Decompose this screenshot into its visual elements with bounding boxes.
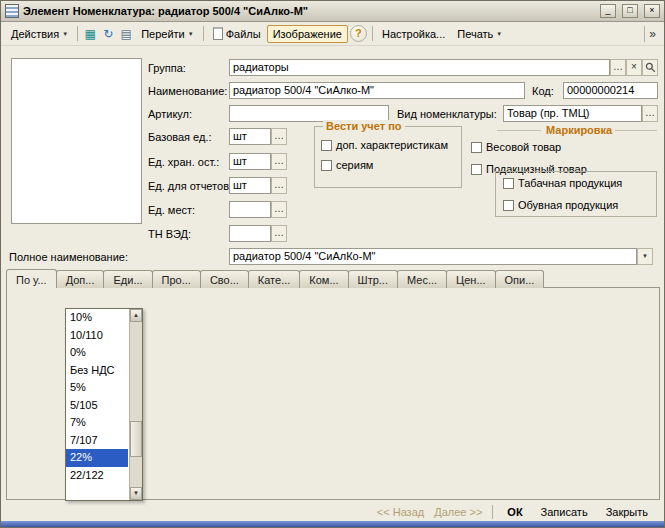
checkbox-weight-goods[interactable]: Весовой товар [471, 141, 561, 153]
dropdown-item[interactable]: 7/107 [66, 432, 128, 450]
checkbox-box [321, 160, 332, 171]
checkbox-label: Табачная продукция [518, 177, 622, 189]
checkbox-series[interactable]: сериям [321, 159, 373, 171]
storage-unit-select-button[interactable]: … [271, 153, 287, 170]
accounting-groupbox: Вести учет по [314, 126, 462, 188]
checkbox-box [503, 200, 514, 211]
search-icon [645, 62, 656, 73]
close-window-button[interactable]: Закрыть [602, 505, 652, 519]
marking-line-right [615, 130, 657, 131]
places-unit-label: Ед. мест: [148, 204, 195, 217]
storage-unit-field[interactable]: шт [229, 153, 271, 170]
scroll-thumb[interactable] [130, 421, 142, 457]
toolbar-overflow-button[interactable]: » [644, 26, 660, 42]
dropdown-scrollbar[interactable]: ▲ ▼ [129, 309, 142, 500]
places-unit-select-button[interactable]: … [271, 201, 287, 218]
toolbar-separator [203, 26, 204, 41]
tab-proekty[interactable]: Про... [152, 270, 201, 288]
fullname-dropdown-button[interactable]: ▼ [637, 248, 653, 265]
base-unit-label: Базовая ед.: [148, 131, 212, 144]
fullname-label: Полное наименование: [9, 251, 128, 264]
titlebar: Элемент Номенклатура: радиатор 500/4 "Си… [1, 1, 664, 22]
ok-button[interactable]: ОК [503, 505, 526, 519]
tab-edinitsy[interactable]: Еди... [103, 270, 152, 288]
footer-separator [492, 505, 493, 519]
back-button[interactable]: << Назад [377, 506, 424, 518]
tab-kategorii[interactable]: Кате... [248, 270, 300, 288]
actions-button[interactable]: Действия ▼ [5, 25, 74, 43]
file-icon [213, 27, 223, 40]
fullname-field[interactable]: радиатор 500/4 "СиАлКо-М" [229, 248, 637, 265]
dropdown-item[interactable]: 5% [66, 379, 128, 397]
checkbox-box [471, 142, 482, 153]
tab-po-umolchaniyu[interactable]: По у... [6, 269, 57, 288]
refresh-icon[interactable]: ↻ [99, 25, 117, 43]
scroll-down-icon[interactable]: ▼ [130, 487, 142, 500]
help-icon[interactable]: ? [350, 25, 367, 42]
print-button[interactable]: Печать ▼ [451, 25, 508, 43]
group-search-button[interactable] [642, 59, 658, 76]
maximize-button[interactable]: □ [622, 4, 638, 18]
code-field[interactable]: 00000000214 [563, 82, 658, 99]
dropdown-item[interactable]: Без НДС [66, 362, 128, 380]
window-title: Элемент Номенклатура: радиатор 500/4 "Си… [23, 5, 594, 17]
dropdown-item-selected[interactable]: 22% [66, 449, 128, 467]
group-field[interactable]: радиаторы [229, 59, 610, 76]
checkbox-additional-characteristics[interactable]: доп. характеристикам [321, 139, 448, 151]
tab-shtrihkody[interactable]: Штр... [348, 270, 398, 288]
tab-mesta[interactable]: Мес... [397, 270, 447, 288]
base-unit-select-button[interactable]: … [271, 128, 287, 145]
next-button[interactable]: Далее >> [434, 506, 482, 518]
accounting-groupbox-title: Вести учет по [323, 120, 405, 132]
name-field[interactable]: радиатор 500/4 "СиАлко-М" [229, 82, 525, 99]
group-clear-button[interactable]: × [626, 59, 642, 76]
group-select-button[interactable]: … [610, 59, 626, 76]
checkbox-tobacco-products[interactable]: Табачная продукция [503, 177, 622, 189]
chevron-down-icon: ▼ [496, 31, 502, 37]
goto-label: Перейти [141, 28, 185, 40]
dropdown-item[interactable]: 10% [66, 309, 128, 327]
checkbox-label: доп. характеристикам [336, 139, 448, 151]
checkbox-shoe-products[interactable]: Обувная продукция [503, 199, 618, 211]
footer-buttons: << Назад Далее >> ОК Записать Закрыть [377, 505, 652, 519]
kind-field[interactable]: Товар (пр. ТМЦ) [503, 105, 642, 122]
tab-svoystva[interactable]: Сво... [200, 270, 249, 288]
name-label: Наименование: [148, 85, 227, 98]
base-unit-field[interactable]: шт [229, 128, 271, 145]
tab-opisanie[interactable]: Опи... [495, 270, 545, 288]
actions-label: Действия [11, 28, 59, 40]
app-icon [5, 4, 19, 18]
save-button[interactable]: Записать [537, 505, 592, 519]
dropdown-item[interactable]: 0% [66, 344, 128, 362]
image-button[interactable]: Изображение [267, 25, 348, 43]
list-icon[interactable]: ▤ [117, 25, 135, 43]
toolbar-separator [372, 26, 373, 41]
scroll-up-icon[interactable]: ▲ [130, 309, 142, 322]
places-unit-field[interactable] [229, 201, 271, 218]
tnved-field[interactable] [229, 225, 271, 242]
element-window: Элемент Номенклатура: радиатор 500/4 "Си… [0, 0, 665, 528]
tab-dopolnitelnye[interactable]: Доп... [56, 270, 105, 288]
report-unit-select-button[interactable]: … [271, 177, 287, 194]
close-button[interactable]: × [644, 4, 660, 18]
structure-icon[interactable]: ▦ [81, 25, 99, 43]
storage-unit-label: Ед. хран. ост.: [148, 156, 219, 169]
article-label: Артикул: [148, 108, 192, 121]
files-button[interactable]: Файлы [207, 24, 267, 43]
settings-button[interactable]: Настройка... [376, 25, 451, 43]
tab-kommentariy[interactable]: Ком... [299, 270, 348, 288]
checkbox-label: сериям [336, 159, 373, 171]
vat-dropdown-list: 10% 10/110 0% Без НДС 5% 5/105 7% 7/107 … [65, 308, 143, 501]
tab-tseny[interactable]: Цен... [446, 270, 496, 288]
minimize-button[interactable]: _ [600, 4, 616, 18]
dropdown-item[interactable]: 22/122 [66, 467, 128, 485]
image-label: Изображение [273, 28, 342, 40]
dropdown-item[interactable]: 7% [66, 414, 128, 432]
goto-button[interactable]: Перейти ▼ [135, 25, 200, 43]
dropdown-item[interactable]: 10/110 [66, 327, 128, 345]
tnved-select-button[interactable]: … [271, 225, 287, 242]
item-picture-box [11, 58, 142, 224]
report-unit-field[interactable]: шт [229, 177, 271, 194]
kind-select-button[interactable]: … [642, 105, 658, 122]
dropdown-item[interactable]: 5/105 [66, 397, 128, 415]
